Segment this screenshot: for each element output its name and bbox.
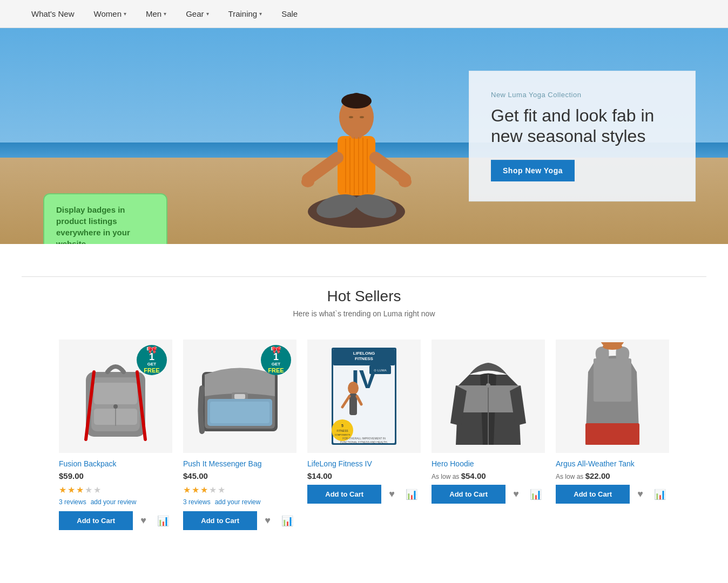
- product-name[interactable]: Push It Messenger Bag: [183, 459, 296, 468]
- svg-text:5: 5: [341, 424, 343, 428]
- nav-item-sale[interactable]: Sale: [272, 0, 307, 28]
- svg-text:LIFELONG: LIFELONG: [353, 351, 375, 356]
- compare-button[interactable]: 📊: [527, 485, 545, 504]
- add-to-cart-button[interactable]: Add to Cart: [59, 511, 133, 530]
- nav-item-men[interactable]: Men ▾: [136, 0, 176, 28]
- product-actions: Add to Cart ♥ 📊: [59, 511, 172, 530]
- wishlist-button[interactable]: ♥: [137, 512, 150, 530]
- svg-point-54: [486, 383, 490, 388]
- hero-section: Display badges in product listings every…: [0, 28, 728, 244]
- svg-text:FITNESS: FITNESS: [336, 429, 348, 432]
- svg-text:FUNCTIONAL FITNESS AND HEALTH.: FUNCTIONAL FITNESS AND HEALTH.: [340, 440, 388, 444]
- product-actions: Add to Cart ♥ 📊: [183, 511, 296, 530]
- product-price: As low as $22.00: [556, 471, 669, 480]
- svg-text:⊙ LUMA: ⊙ LUMA: [374, 369, 386, 372]
- svg-rect-55: [594, 358, 631, 402]
- svg-rect-31: [234, 394, 245, 399]
- svg-point-42: [348, 382, 359, 395]
- svg-line-2: [308, 158, 338, 179]
- product-image: [556, 340, 669, 453]
- wishlist-button[interactable]: ♥: [510, 485, 522, 503]
- star-icon: ★: [200, 485, 208, 495]
- reviews-count-link[interactable]: 3 reviews: [183, 498, 211, 506]
- svg-rect-33: [210, 402, 269, 423]
- hero-yoga-figure: [281, 39, 432, 244]
- reviews-count-link[interactable]: 3 reviews: [59, 498, 86, 506]
- product-name[interactable]: Fusion Backpack: [59, 459, 172, 468]
- svg-point-10: [349, 116, 353, 118]
- svg-rect-56: [585, 423, 639, 445]
- product-image: 🎀 BUY 1 GET FREE: [59, 340, 172, 453]
- product-card: 🎀 BUY 1 GET FREE Push It Messenger Bag $…: [183, 340, 296, 530]
- hero-textbox: New Luma Yoga Collection Get fit and loo…: [469, 71, 696, 201]
- product-price: $45.00: [183, 471, 296, 480]
- svg-point-9: [351, 93, 362, 101]
- svg-point-5: [399, 177, 412, 187]
- nav-item-whats-new[interactable]: What's New: [22, 0, 84, 28]
- svg-rect-1: [338, 136, 375, 195]
- add-to-cart-button[interactable]: Add to Cart: [432, 485, 505, 504]
- product-card: LIFELONG FITNESS IV ⊙ LUMA 5 FITNESS COM…: [307, 340, 421, 530]
- section-divider: [22, 276, 706, 277]
- svg-point-25: [113, 404, 118, 409]
- nav-item-training[interactable]: Training ▾: [219, 0, 272, 28]
- product-name[interactable]: Argus All-Weather Tank: [556, 459, 669, 468]
- wishlist-button[interactable]: ♥: [634, 485, 646, 503]
- star-rating: ★★★★★: [183, 485, 296, 495]
- star-icon: ★: [192, 485, 199, 495]
- chevron-down-icon: ▾: [164, 11, 166, 17]
- star-rating: ★★★★★: [59, 485, 172, 495]
- product-card: Hero Hoodie As low as $54.00 Add to Cart…: [432, 340, 545, 530]
- product-card: 🎀 BUY 1 GET FREE Fusion Backpack $59.00 …: [59, 340, 172, 530]
- svg-text:COMPONENTS: COMPONENTS: [335, 433, 350, 436]
- hero-subtitle: New Luma Yoga Collection: [491, 91, 673, 99]
- svg-point-4: [301, 177, 314, 187]
- hot-sellers-section: Hot Sellers Here is what`s trending on L…: [0, 244, 728, 552]
- product-price: $14.00: [307, 471, 421, 480]
- main-navigation: What's New Women ▾ Men ▾ Gear ▾ Training…: [0, 0, 728, 28]
- reviews-line: 3 reviews add your review: [59, 498, 172, 506]
- add-to-cart-button[interactable]: Add to Cart: [556, 485, 630, 504]
- bow-icon: 🎀: [272, 346, 281, 354]
- product-image: [432, 340, 545, 453]
- add-to-cart-button[interactable]: Add to Cart: [307, 485, 381, 504]
- product-price: As low as $54.00: [432, 471, 545, 480]
- wishlist-button[interactable]: ♥: [386, 485, 398, 503]
- add-review-link[interactable]: add your review: [215, 498, 261, 506]
- bow-icon: 🎀: [147, 346, 157, 354]
- compare-button[interactable]: 📊: [154, 512, 172, 530]
- chevron-down-icon: ▾: [124, 11, 126, 17]
- svg-text:FITNESS: FITNESS: [355, 356, 373, 361]
- add-review-link[interactable]: add your review: [91, 498, 137, 506]
- star-icon: ★: [85, 485, 92, 495]
- buy-one-get-one-badge: 🎀 BUY 1 GET FREE: [261, 345, 291, 375]
- product-name[interactable]: Hero Hoodie: [432, 459, 545, 468]
- svg-text:FOR OVERALL IMPROVEMENT IN: FOR OVERALL IMPROVEMENT IN: [342, 437, 386, 440]
- shop-new-yoga-button[interactable]: Shop New Yoga: [491, 160, 575, 181]
- nav-item-gear[interactable]: Gear ▾: [176, 0, 218, 28]
- add-to-cart-button[interactable]: Add to Cart: [183, 511, 257, 530]
- hero-title: Get fit and look fab in new seasonal sty…: [491, 105, 673, 147]
- star-icon: ★: [183, 485, 191, 495]
- compare-button[interactable]: 📊: [651, 485, 669, 504]
- product-image: 🎀 BUY 1 GET FREE: [183, 340, 296, 453]
- chevron-down-icon: ▾: [206, 11, 209, 17]
- product-price: $59.00: [59, 471, 172, 480]
- wishlist-button[interactable]: ♥: [261, 512, 274, 530]
- star-icon: ★: [209, 485, 217, 495]
- star-icon: ★: [59, 485, 66, 495]
- products-grid: 🎀 BUY 1 GET FREE Fusion Backpack $59.00 …: [22, 340, 706, 530]
- star-icon: ★: [93, 485, 101, 495]
- nav-item-women[interactable]: Women ▾: [84, 0, 136, 28]
- star-icon: ★: [68, 485, 75, 495]
- svg-point-11: [360, 116, 364, 118]
- product-image: LIFELONG FITNESS IV ⊙ LUMA 5 FITNESS COM…: [307, 340, 421, 453]
- chevron-down-icon: ▾: [259, 11, 262, 17]
- compare-button[interactable]: 📊: [278, 512, 296, 530]
- star-icon: ★: [76, 485, 84, 495]
- product-card: Argus All-Weather Tank As low as $22.00 …: [556, 340, 669, 530]
- product-actions: Add to Cart ♥ 📊: [307, 485, 421, 504]
- compare-button[interactable]: 📊: [402, 485, 421, 504]
- product-name[interactable]: LifeLong Fitness IV: [307, 459, 421, 468]
- star-icon: ★: [218, 485, 225, 495]
